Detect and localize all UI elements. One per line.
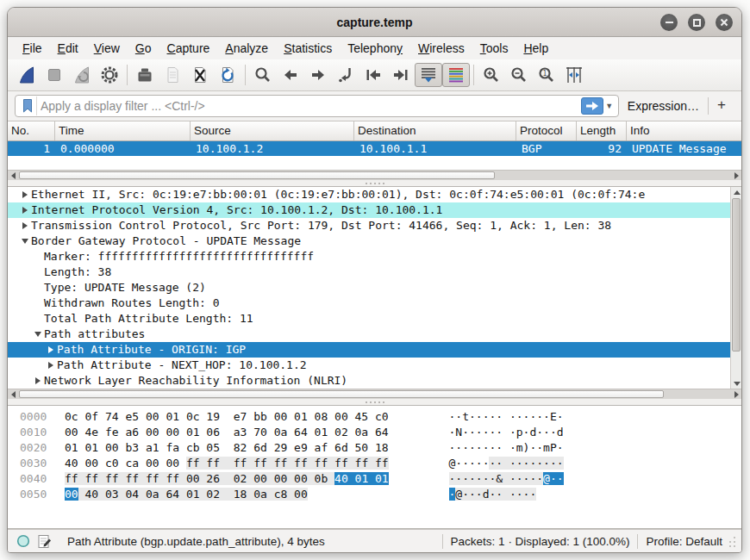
- hex-row[interactable]: 002001 01 00 b3 a1 fa cb 05 82 6d 29 e9 …: [8, 441, 741, 457]
- scrollbar-thumb[interactable]: [19, 171, 495, 179]
- column-header-time[interactable]: Time: [55, 121, 191, 140]
- expand-arrow-icon[interactable]: [35, 377, 41, 384]
- ascii-bytes[interactable]: ·N······ ·p·d···d: [449, 426, 564, 439]
- expand-arrow-icon[interactable]: [48, 346, 53, 353]
- tree-item[interactable]: Withdrawn Routes Length: 0: [8, 296, 732, 311]
- hex-row[interactable]: 003040 00 c0 ca 00 00 ff ff ff ff ff ff …: [8, 457, 741, 472]
- go-back-button[interactable]: [277, 63, 304, 87]
- tree-item[interactable]: Total Path Attribute Length: 11: [8, 311, 732, 327]
- details-vscrollbar[interactable]: [730, 187, 741, 389]
- menu-tools[interactable]: Tools: [472, 39, 516, 58]
- pane-splitter[interactable]: [8, 399, 741, 405]
- tree-item[interactable]: Transmission Control Protocol, Src Port:…: [8, 218, 732, 233]
- hex-bytes[interactable]: 00 40 03 04 0a 64 01 02 18 0a c8 00: [65, 488, 396, 501]
- title-bar[interactable]: capture.temp: [8, 8, 741, 37]
- packet-list-hscrollbar[interactable]: [8, 170, 741, 180]
- open-file-button[interactable]: [131, 63, 159, 87]
- save-file-button[interactable]: [159, 63, 186, 87]
- pane-splitter[interactable]: [8, 180, 741, 186]
- zoom-original-button[interactable]: 1: [533, 63, 560, 87]
- column-header-no[interactable]: No.: [8, 121, 55, 140]
- tree-item[interactable]: Network Layer Reachability Information (…: [8, 373, 732, 389]
- menu-statistics[interactable]: Statistics: [276, 39, 340, 58]
- find-packet-button[interactable]: [249, 63, 277, 87]
- filter-bookmark-button[interactable]: [18, 96, 37, 115]
- menu-help[interactable]: Help: [516, 39, 556, 58]
- tree-item[interactable]: Ethernet II, Src: 0c:19:e7:bb:00:01 (0c:…: [8, 187, 732, 202]
- ascii-bytes[interactable]: ·@···d·· ····: [449, 488, 537, 501]
- go-forward-button[interactable]: [304, 63, 332, 87]
- tree-item[interactable]: Marker: ffffffffffffffffffffffffffffffff: [8, 249, 732, 264]
- zoom-out-button[interactable]: [505, 63, 533, 87]
- stop-capture-button[interactable]: [41, 63, 68, 87]
- expert-info-button[interactable]: [16, 534, 30, 548]
- close-button[interactable]: [716, 14, 733, 31]
- packet-row[interactable]: 10.00000010.100.1.210.100.1.1BGP92UPDATE…: [8, 141, 741, 156]
- menu-view[interactable]: View: [86, 39, 128, 58]
- details-hscrollbar[interactable]: [8, 389, 741, 399]
- tree-item[interactable]: Path Attribute - NEXT_HOP: 10.100.1.2: [8, 358, 732, 373]
- collapse-arrow-icon[interactable]: [34, 332, 41, 337]
- column-header-source[interactable]: Source: [191, 121, 354, 140]
- expression-button[interactable]: Expression…: [619, 99, 708, 113]
- hex-bytes[interactable]: 00 4e fe a6 00 00 01 06 a3 70 0a 64 01 0…: [65, 426, 396, 439]
- menu-go[interactable]: Go: [128, 39, 159, 58]
- apply-filter-button[interactable]: [581, 97, 603, 115]
- resize-columns-button[interactable]: [560, 63, 588, 87]
- hex-row[interactable]: 001000 4e fe a6 00 00 01 06 a3 70 0a 64 …: [8, 426, 741, 441]
- scroll-up-arrow[interactable]: [731, 187, 741, 197]
- column-header-protocol[interactable]: Protocol: [516, 121, 577, 140]
- column-header-destination[interactable]: Destination: [354, 121, 516, 140]
- scrollbar-thumb[interactable]: [19, 390, 664, 398]
- colorize-toggle[interactable]: [442, 63, 470, 87]
- hex-bytes[interactable]: ff ff ff ff ff ff 00 26 02 00 00 00 0b 4…: [65, 472, 396, 485]
- tree-item[interactable]: Border Gateway Protocol - UPDATE Message: [8, 233, 732, 249]
- column-header-length[interactable]: Length: [577, 121, 627, 140]
- hex-row[interactable]: 00000c 0f 74 e5 00 01 0c 19 e7 bb 00 01 …: [8, 410, 741, 426]
- reload-file-button[interactable]: [214, 63, 241, 87]
- auto-scroll-toggle[interactable]: [415, 63, 442, 87]
- expand-arrow-icon[interactable]: [22, 191, 28, 198]
- menu-wireless[interactable]: Wireless: [410, 39, 472, 58]
- scroll-right-arrow[interactable]: [731, 389, 741, 399]
- tree-item[interactable]: Type: UPDATE Message (2): [8, 280, 732, 296]
- menu-file[interactable]: File: [15, 39, 50, 58]
- expand-arrow-icon[interactable]: [22, 207, 28, 214]
- hex-bytes[interactable]: 40 00 c0 ca 00 00 ff ff ff ff ff ff ff f…: [65, 457, 396, 470]
- last-packet-button[interactable]: [387, 63, 415, 87]
- tree-item[interactable]: Length: 38: [8, 264, 732, 280]
- tree-item[interactable]: Internet Protocol Version 4, Src: 10.100…: [8, 202, 732, 218]
- capture-options-button[interactable]: [96, 63, 123, 87]
- maximize-button[interactable]: [688, 14, 705, 31]
- restart-capture-button[interactable]: [68, 63, 96, 87]
- start-capture-button[interactable]: [13, 63, 41, 87]
- ascii-bytes[interactable]: ·······& ·····@··: [449, 472, 564, 485]
- tree-item[interactable]: Path attributes: [8, 327, 732, 342]
- column-header-info[interactable]: Info: [627, 121, 741, 140]
- status-profile[interactable]: Profile: Default: [646, 535, 722, 548]
- ascii-bytes[interactable]: ··t····· ······E·: [449, 410, 564, 423]
- ascii-bytes[interactable]: ········ ·m)··mP·: [449, 441, 564, 454]
- scrollbar-thumb[interactable]: [732, 198, 741, 352]
- scroll-down-arrow[interactable]: [731, 378, 741, 389]
- hex-bytes[interactable]: 01 01 00 b3 a1 fa cb 05 82 6d 29 e9 af 6…: [65, 441, 396, 454]
- zoom-in-button[interactable]: [478, 63, 505, 87]
- collapse-arrow-icon[interactable]: [22, 239, 28, 244]
- go-to-packet-button[interactable]: [332, 63, 359, 87]
- expand-arrow-icon[interactable]: [22, 222, 28, 229]
- display-filter-field[interactable]: ▼: [15, 95, 619, 117]
- scroll-left-arrow[interactable]: [8, 389, 18, 399]
- hex-bytes[interactable]: 0c 0f 74 e5 00 01 0c 19 e7 bb 00 01 08 0…: [65, 410, 396, 423]
- menu-analyze[interactable]: Analyze: [217, 39, 276, 58]
- first-packet-button[interactable]: [359, 63, 387, 87]
- menu-capture[interactable]: Capture: [159, 39, 218, 58]
- ascii-bytes[interactable]: @······· ········: [449, 457, 564, 470]
- menu-edit[interactable]: Edit: [50, 39, 86, 58]
- add-filter-button[interactable]: +: [709, 96, 734, 115]
- capture-comment-button[interactable]: [37, 534, 52, 549]
- minimize-button[interactable]: [660, 14, 678, 31]
- hex-row[interactable]: 0040ff ff ff ff ff ff 00 26 02 00 00 00 …: [8, 472, 741, 488]
- expand-arrow-icon[interactable]: [48, 362, 53, 369]
- tree-item[interactable]: Path Attribute - ORIGIN: IGP: [8, 342, 732, 358]
- scroll-right-arrow[interactable]: [731, 171, 741, 180]
